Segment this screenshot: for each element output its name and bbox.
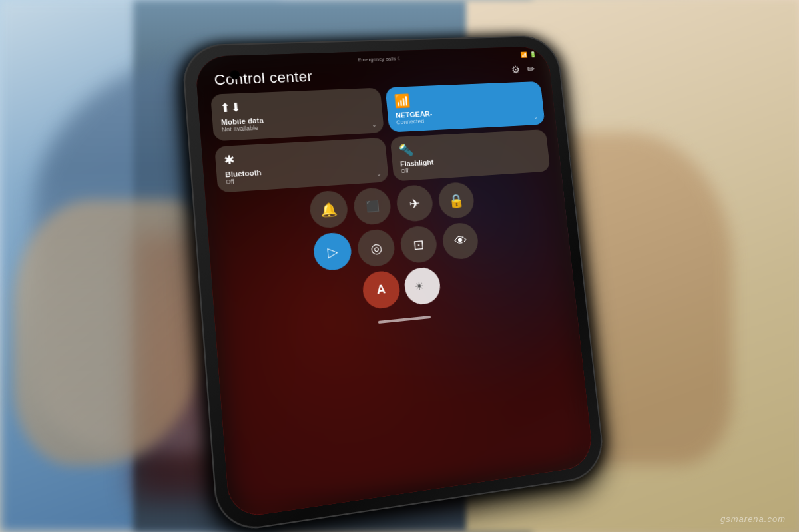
lock-rotation-button[interactable]: 🔒: [437, 182, 476, 220]
brightness-icon: ☀: [413, 280, 424, 293]
wifi-icon: 📶: [394, 93, 411, 109]
accessibility-button[interactable]: A: [361, 270, 401, 310]
location-icon: ▷: [327, 243, 338, 260]
bluetooth-tile[interactable]: ✱ Bluetooth Off ⌄: [214, 138, 389, 193]
wifi-status-icon: 📶: [520, 51, 527, 57]
screen-record-button[interactable]: ⬛: [352, 187, 392, 226]
round-buttons-row-2: ▷ ◎ ⊡ 👁: [300, 221, 491, 273]
mobile-data-chevron: ⌄: [372, 121, 378, 128]
expand-button[interactable]: ⊡: [399, 225, 438, 264]
tiles-container: ⬆⬇ Mobile data Not available ⌄ 📶 NETGEAR…: [197, 76, 561, 199]
battery-icon: 🔋: [529, 51, 537, 57]
screen-record-icon: ⬛: [365, 200, 380, 213]
airplane-button[interactable]: ✈: [396, 184, 435, 223]
phone-screen: Emergency calls ☾ 📶 🔋 Control center ⚙ ✏: [194, 46, 594, 519]
wifi-status: Connected: [396, 118, 425, 126]
flashlight-tile[interactable]: 🔦 Flashlight Off: [390, 129, 551, 182]
edit-icon[interactable]: ✏: [527, 63, 536, 75]
notifications-button[interactable]: 🔔: [308, 190, 349, 229]
location-button[interactable]: ▷: [312, 232, 353, 272]
watermark-text: gsmarena.com: [720, 514, 786, 524]
airplane-icon: ✈: [409, 195, 421, 212]
wifi-chevron: ⌄: [533, 113, 539, 120]
a-label: A: [376, 282, 386, 297]
status-icons: 📶 🔋: [520, 51, 536, 58]
bluetooth-icon: ✱: [224, 152, 236, 168]
expand-icon: ⊡: [413, 236, 425, 253]
control-center: Emergency calls ☾ 📶 🔋 Control center ⚙ ✏: [194, 46, 594, 519]
home-indicator[interactable]: [378, 316, 431, 324]
phone-body: Emergency calls ☾ 📶 🔋 Control center ⚙ ✏: [181, 35, 607, 532]
device-control-button[interactable]: ◎: [356, 228, 396, 268]
eye-icon: 👁: [453, 233, 467, 249]
bell-icon: 🔔: [320, 201, 338, 218]
eye-comfort-button[interactable]: 👁: [441, 222, 480, 260]
phone: Emergency calls ☾ 📶 🔋 Control center ⚙ ✏: [181, 35, 607, 532]
device-control-icon: ◎: [370, 240, 382, 256]
mobile-data-icon: ⬆⬇: [220, 100, 242, 115]
bottom-row: A ☀: [349, 265, 453, 311]
cc-header-actions: ⚙ ✏: [511, 63, 535, 75]
wifi-tile[interactable]: 📶 NETGEAR- Connected ⌄: [385, 81, 545, 133]
home-indicator-container: [378, 310, 431, 324]
mobile-data-tile[interactable]: ⬆⬇ Mobile data Not available ⌄: [210, 88, 384, 142]
settings-icon[interactable]: ⚙: [511, 63, 521, 75]
flashlight-icon: 🔦: [398, 142, 413, 157]
bluetooth-chevron: ⌄: [376, 170, 382, 177]
brightness-slider[interactable]: ☀: [403, 266, 441, 306]
watermark: gsmarena.com: [720, 514, 786, 524]
lock-icon: 🔒: [447, 192, 465, 209]
